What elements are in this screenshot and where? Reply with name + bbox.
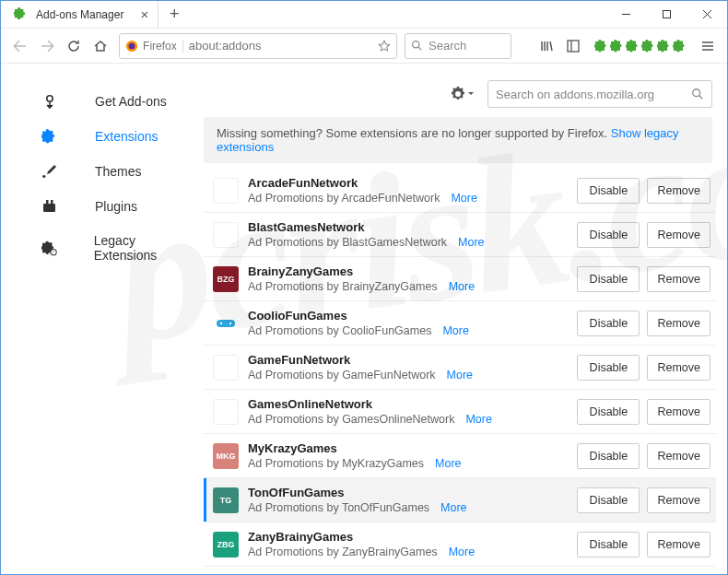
- extension-title: GamesOnlineNetwork: [248, 397, 568, 411]
- extension-row[interactable]: ArcadeFunNetworkAd Promotions by ArcadeF…: [204, 169, 716, 213]
- svg-rect-7: [46, 200, 49, 204]
- extension-description: Ad Promotions by GameFunNetworkMore: [248, 369, 568, 381]
- sidebar-item-get-addons[interactable]: Get Add-ons: [1, 84, 204, 119]
- disable-button[interactable]: Disable: [577, 487, 640, 513]
- extension-description: Ad Promotions by CoolioFunGamesMore: [248, 324, 568, 337]
- main-area: Get Add-ons Extensions Themes Plugins ! …: [1, 64, 727, 575]
- svg-point-13: [220, 322, 222, 323]
- extension-thumbnail: TG: [213, 487, 239, 513]
- extension-actions: DisableRemove: [577, 266, 710, 292]
- reload-button[interactable]: [62, 33, 85, 59]
- remove-button[interactable]: Remove: [647, 266, 710, 292]
- more-link[interactable]: More: [458, 236, 484, 249]
- sidebar-item-label: Get Add-ons: [95, 94, 167, 109]
- disable-button[interactable]: Disable: [577, 355, 640, 381]
- more-link[interactable]: More: [449, 546, 475, 558]
- extension-description: Ad Promotions by TonOfFunGamesMore: [248, 501, 568, 514]
- extension-title: BlastGamesNetwork: [248, 220, 568, 234]
- hamburger-menu-button[interactable]: [697, 33, 720, 59]
- back-button[interactable]: [8, 33, 31, 59]
- extension-row[interactable]: TGTonOfFunGamesAd Promotions by TonOfFun…: [204, 478, 716, 522]
- maximize-button[interactable]: [646, 1, 687, 28]
- extension-row[interactable]: CoolioFunGamesAd Promotions by CoolioFun…: [204, 301, 716, 346]
- extension-icon[interactable]: [673, 39, 687, 53]
- tools-gear-button[interactable]: [449, 80, 476, 108]
- svg-rect-4: [568, 41, 579, 52]
- more-link[interactable]: More: [447, 369, 473, 381]
- extension-row[interactable]: GameFunNetworkAd Promotions by GameFunNe…: [204, 346, 716, 390]
- remove-button[interactable]: Remove: [647, 487, 710, 513]
- amo-search-input[interactable]: Search on addons.mozilla.org: [487, 80, 712, 108]
- extension-title: CoolioFunGames: [248, 309, 568, 323]
- forward-button[interactable]: [35, 33, 58, 59]
- remove-button[interactable]: Remove: [647, 532, 710, 557]
- extension-title: TonOfFunGames: [248, 486, 568, 499]
- brand-label: Firefox: [143, 40, 177, 53]
- extension-row[interactable]: MKGMyKrazyGamesAd Promotions by MyKrazyG…: [204, 434, 716, 478]
- more-link[interactable]: More: [435, 457, 461, 470]
- extension-thumbnail: [213, 311, 239, 336]
- more-link[interactable]: More: [440, 501, 466, 514]
- library-button[interactable]: [535, 33, 558, 59]
- sidebar-item-plugins[interactable]: Plugins: [1, 189, 204, 224]
- sidebar-item-label: Legacy Extensions: [94, 233, 194, 263]
- extension-title: MyKrazyGames: [248, 441, 568, 455]
- extension-icon[interactable]: [641, 39, 656, 53]
- titlebar: Add-ons Manager × +: [1, 1, 727, 29]
- close-window-button[interactable]: [687, 1, 727, 28]
- remove-button[interactable]: Remove: [647, 311, 710, 336]
- extension-icons-group: [594, 39, 687, 53]
- sidebar-toggle-button[interactable]: [562, 33, 585, 59]
- extension-description: Ad Promotions by BlastGamesNetworkMore: [248, 236, 568, 249]
- url-bar[interactable]: Firefox about:addons: [119, 33, 397, 59]
- extension-icon[interactable]: [610, 39, 625, 53]
- bookmark-star-icon[interactable]: [378, 40, 391, 53]
- extension-row[interactable]: BlastGamesNetworkAd Promotions by BlastG…: [204, 213, 716, 257]
- extensions-list: ArcadeFunNetworkAd Promotions by ArcadeF…: [204, 169, 716, 567]
- extension-row[interactable]: GamesOnlineNetworkAd Promotions by Games…: [204, 390, 716, 434]
- sidebar-item-themes[interactable]: Themes: [1, 154, 204, 189]
- disable-button[interactable]: Disable: [577, 443, 640, 469]
- extension-icon[interactable]: [626, 39, 640, 53]
- extension-row[interactable]: BZGBrainyZanyGamesAd Promotions by Brain…: [204, 257, 716, 301]
- disable-button[interactable]: Disable: [577, 399, 640, 425]
- extension-row[interactable]: ZBGZanyBrainyGamesAd Promotions by ZanyB…: [204, 522, 716, 567]
- content-pane: Search on addons.mozilla.org Missing som…: [204, 64, 727, 575]
- sidebar-item-legacy[interactable]: ! Legacy Extensions: [1, 224, 204, 272]
- svg-point-14: [229, 322, 231, 323]
- disable-button[interactable]: Disable: [577, 532, 640, 557]
- gear-icon: [451, 87, 465, 101]
- remove-button[interactable]: Remove: [647, 443, 710, 469]
- disable-button[interactable]: Disable: [577, 178, 640, 204]
- addon-puzzle-icon: [14, 7, 28, 21]
- extension-description: Ad Promotions by ZanyBrainyGamesMore: [248, 546, 568, 558]
- minimize-button[interactable]: [605, 1, 646, 28]
- remove-button[interactable]: Remove: [647, 222, 710, 248]
- more-link[interactable]: More: [465, 413, 491, 426]
- disable-button[interactable]: Disable: [577, 222, 640, 248]
- extension-icon[interactable]: [594, 39, 609, 53]
- extension-body: ArcadeFunNetworkAd Promotions by ArcadeF…: [248, 176, 568, 205]
- more-link[interactable]: More: [449, 280, 475, 293]
- extension-actions: DisableRemove: [577, 532, 710, 557]
- identity-box[interactable]: Firefox: [125, 40, 183, 53]
- disable-button[interactable]: Disable: [577, 311, 640, 336]
- tab-close-icon[interactable]: ×: [123, 7, 148, 21]
- home-button[interactable]: [88, 33, 112, 59]
- svg-rect-8: [51, 200, 53, 204]
- extension-body: BlastGamesNetworkAd Promotions by BlastG…: [248, 220, 568, 249]
- new-tab-button[interactable]: +: [159, 1, 190, 28]
- svg-point-2: [129, 42, 135, 49]
- search-box[interactable]: Search: [405, 33, 511, 59]
- browser-tab[interactable]: Add-ons Manager ×: [1, 1, 159, 28]
- disable-button[interactable]: Disable: [577, 266, 640, 292]
- sidebar-item-extensions[interactable]: Extensions: [1, 119, 204, 154]
- brush-icon: [41, 163, 58, 180]
- more-link[interactable]: More: [451, 192, 476, 205]
- more-link[interactable]: More: [442, 324, 468, 337]
- remove-button[interactable]: Remove: [647, 399, 710, 425]
- remove-button[interactable]: Remove: [647, 178, 710, 204]
- extension-icon[interactable]: [657, 39, 672, 53]
- extension-actions: DisableRemove: [577, 178, 710, 204]
- remove-button[interactable]: Remove: [647, 355, 710, 381]
